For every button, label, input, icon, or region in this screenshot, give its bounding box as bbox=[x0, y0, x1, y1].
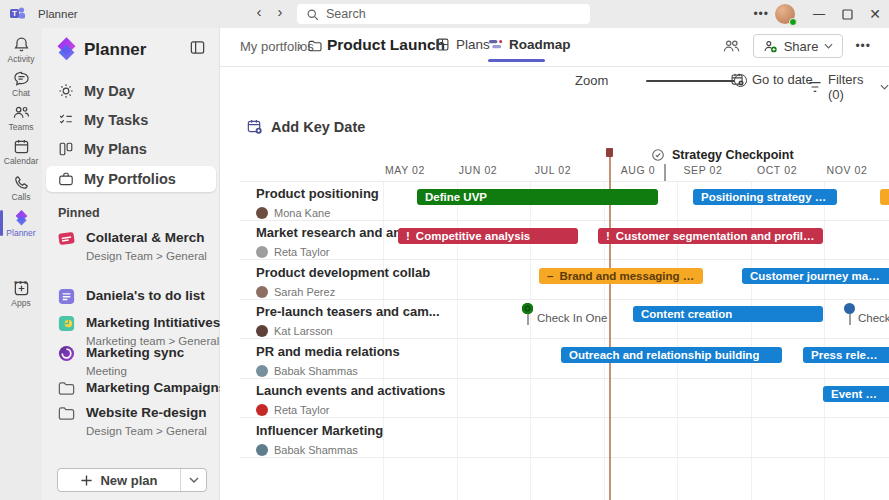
row-separator bbox=[240, 220, 889, 221]
filters-button[interactable]: Filters (0) bbox=[808, 72, 889, 102]
members-icon[interactable] bbox=[722, 38, 741, 55]
phone-icon bbox=[0, 174, 42, 191]
milestone-pin-check-in-one[interactable] bbox=[522, 303, 533, 314]
briefcase-icon bbox=[58, 171, 74, 187]
folder-icon bbox=[57, 379, 76, 398]
zoom-slider[interactable] bbox=[646, 80, 741, 82]
timeline-month-label: AUG 0 bbox=[621, 164, 656, 176]
pinned-section-header: Pinned bbox=[58, 206, 100, 220]
gantt-bar-partial[interactable] bbox=[880, 189, 889, 205]
gantt-bar-press-release[interactable]: Press release writing bbox=[803, 347, 889, 363]
header-more-button[interactable]: ••• bbox=[855, 39, 871, 53]
task-title[interactable]: PR and media relations bbox=[256, 344, 400, 359]
window-close-button[interactable]: ✕ bbox=[861, 0, 889, 28]
user-avatar[interactable] bbox=[775, 4, 795, 24]
timeline-month-label: JUN 02 bbox=[459, 164, 498, 176]
gantt-bar-content-creation[interactable]: Content creation bbox=[633, 306, 823, 322]
planner-logo-icon bbox=[53, 35, 80, 62]
rail-item-apps[interactable]: Apps bbox=[0, 280, 42, 308]
timeline-month-label: NOV 02 bbox=[827, 164, 868, 176]
row-separator bbox=[240, 457, 889, 458]
milestone-pin-check-in[interactable] bbox=[844, 303, 855, 314]
new-plan-button[interactable]: New plan bbox=[57, 468, 207, 492]
pinned-folder-website-redesign[interactable]: Website Re-designDesign Team > General bbox=[46, 403, 216, 439]
sidebar-item-my-tasks[interactable]: My Tasks bbox=[46, 107, 216, 133]
timeline-month-label: OCT 02 bbox=[757, 164, 797, 176]
task-title[interactable]: Product development collab bbox=[256, 265, 430, 280]
page-title: Product Launch bbox=[327, 36, 445, 54]
pinned-folder-marketing-campaigns[interactable]: Marketing Campaigns bbox=[46, 378, 216, 398]
search-input[interactable] bbox=[326, 7, 566, 21]
chevron-down-icon bbox=[880, 84, 889, 90]
search-box[interactable] bbox=[297, 4, 590, 24]
gantt-bar-outreach[interactable]: Outreach and relationship building bbox=[561, 347, 782, 363]
collapse-panel-icon[interactable] bbox=[189, 39, 206, 56]
task-title[interactable]: Launch events and activations bbox=[256, 383, 445, 398]
new-plan-dropdown-button[interactable] bbox=[180, 469, 206, 491]
presence-available-icon bbox=[789, 18, 797, 26]
pinned-meeting-marketing-sync[interactable]: Marketing syncMeeting bbox=[46, 343, 216, 379]
gantt-bar-brand-messaging[interactable]: –Brand and messaging alignment bbox=[539, 268, 703, 284]
gantt-bar-positioning-strategy[interactable]: Positioning strategy and mess... bbox=[693, 189, 837, 205]
planner-app-window: T Planner ‹ › ••• — ✕ Activity Cha bbox=[0, 0, 889, 500]
folder-icon bbox=[57, 404, 76, 423]
gantt-bar-define-uvp[interactable]: Define UVP bbox=[417, 189, 658, 205]
avatar bbox=[256, 286, 268, 298]
key-date-strategy-checkpoint[interactable]: Strategy Checkpoint bbox=[651, 148, 794, 162]
go-to-date-button[interactable]: Go to date bbox=[730, 72, 813, 87]
gantt-bar-competitive-analysis[interactable]: !Competitive analysis bbox=[398, 228, 578, 244]
history-forward-button[interactable]: › bbox=[271, 3, 289, 20]
history-back-button[interactable]: ‹ bbox=[250, 3, 268, 20]
svg-text:T: T bbox=[12, 9, 17, 18]
row-separator bbox=[240, 338, 889, 339]
rail-item-chat[interactable]: Chat bbox=[0, 70, 42, 98]
breadcrumb-my-portfolios[interactable]: My portfolios bbox=[240, 39, 314, 54]
todo-list-icon bbox=[57, 287, 76, 306]
sidebar-item-my-day[interactable]: My Day bbox=[46, 78, 216, 104]
panel-title: Planner bbox=[84, 40, 146, 60]
people-icon bbox=[0, 104, 42, 121]
task-title[interactable]: Influencer Marketing bbox=[256, 423, 383, 438]
task-assignee: Reta Taylor bbox=[256, 246, 329, 258]
add-key-date-button[interactable]: Add Key Date bbox=[246, 118, 365, 135]
window-maximize-button[interactable] bbox=[833, 0, 861, 28]
gantt-bar-customer-segmentation[interactable]: !Customer segmentation and profiling bbox=[598, 228, 823, 244]
window-minimize-button[interactable]: — bbox=[805, 0, 833, 28]
tab-roadmap[interactable]: Roadmap bbox=[488, 37, 571, 52]
titlebar-app-label: Planner bbox=[38, 8, 78, 20]
gantt-bar-customer-journey[interactable]: Customer journey mapping bbox=[742, 268, 889, 284]
avatar bbox=[256, 325, 268, 337]
row-separator bbox=[240, 378, 889, 379]
folder-icon bbox=[307, 38, 323, 54]
window-titlebar: T Planner ‹ › ••• — ✕ bbox=[0, 0, 889, 28]
sun-icon bbox=[58, 83, 74, 99]
rail-item-calls[interactable]: Calls bbox=[0, 174, 42, 202]
loop-meeting-icon bbox=[57, 344, 76, 363]
timeline-month-label: MAY 02 bbox=[385, 164, 425, 176]
chevron-down-icon bbox=[824, 43, 833, 49]
rail-item-activity[interactable]: Activity bbox=[0, 36, 42, 64]
pinned-plan-danielas-list[interactable]: Daniela's to do list bbox=[46, 286, 216, 306]
sidebar-item-my-plans[interactable]: My Plans bbox=[46, 136, 216, 162]
rail-item-planner[interactable]: Planner bbox=[0, 208, 42, 238]
milestone-stem bbox=[527, 314, 529, 325]
task-title[interactable]: Pre-launch teasers and cam... bbox=[256, 304, 440, 319]
task-title[interactable]: Product positioning bbox=[256, 186, 379, 201]
check-circle-icon bbox=[651, 148, 665, 162]
pinned-plan-collateral[interactable]: Collateral & MerchDesign Team > General bbox=[46, 228, 216, 264]
month-gridline bbox=[824, 181, 825, 500]
gantt-bar-event-planning[interactable]: Event planning bbox=[823, 386, 889, 402]
tab-plans[interactable]: Plans bbox=[435, 37, 490, 52]
rail-item-teams[interactable]: Teams bbox=[0, 104, 42, 132]
grid-icon bbox=[435, 37, 450, 52]
titlebar-more-button[interactable]: ••• bbox=[753, 7, 769, 21]
avatar bbox=[256, 246, 268, 258]
task-assignee: Sarah Perez bbox=[256, 286, 335, 298]
share-button[interactable]: Share bbox=[753, 34, 844, 58]
sidebar-item-my-portfolios[interactable]: My Portfolios bbox=[46, 166, 216, 192]
avatar bbox=[256, 207, 268, 219]
header-divider bbox=[220, 66, 889, 67]
rail-item-calendar[interactable]: Calendar bbox=[0, 138, 42, 166]
key-date-line bbox=[664, 164, 666, 181]
today-marker-cap bbox=[606, 148, 613, 157]
